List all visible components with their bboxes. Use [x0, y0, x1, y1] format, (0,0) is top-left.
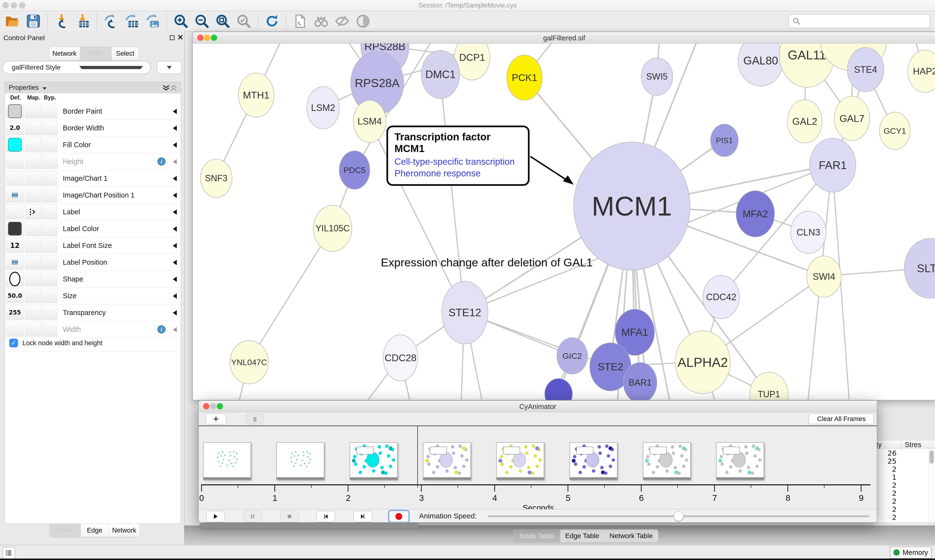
- expand-arrow-icon[interactable]: [173, 176, 177, 181]
- default-value-cell[interactable]: 12: [6, 238, 24, 253]
- frame-thumbnail-1[interactable]: [203, 442, 251, 480]
- bypass-cell[interactable]: [42, 171, 57, 186]
- bypass-cell[interactable]: [42, 255, 57, 269]
- expand-arrow-icon[interactable]: [173, 159, 177, 165]
- node-DMC1[interactable]: DMC1: [421, 50, 460, 99]
- node-MFA2[interactable]: MFA2: [736, 191, 775, 237]
- slider-handle[interactable]: [674, 511, 684, 521]
- tab-network[interactable]: Network: [49, 47, 80, 60]
- frame-thumbnail-4[interactable]: [423, 442, 471, 480]
- expand-arrow-icon[interactable]: [173, 193, 177, 198]
- tab-node-table[interactable]: Node Table: [513, 529, 560, 542]
- node-SWI5[interactable]: SWI5: [641, 58, 673, 95]
- bypass-cell[interactable]: [42, 154, 57, 169]
- node-GAL2[interactable]: GAL2: [787, 100, 822, 143]
- node-PDC5[interactable]: PDC5: [339, 151, 370, 189]
- frame-thumbnail-6[interactable]: [569, 442, 617, 480]
- tab-style[interactable]: Style: [80, 47, 112, 60]
- node-STE12[interactable]: STE12: [441, 281, 488, 344]
- expand-arrow-icon[interactable]: [173, 310, 177, 315]
- bypass-cell[interactable]: [42, 222, 57, 236]
- node-GIC2[interactable]: GIC2: [557, 337, 588, 374]
- property-row-height[interactable]: Heighti: [5, 153, 181, 170]
- search-box[interactable]: [788, 14, 930, 28]
- table-row[interactable]: 2: [872, 505, 935, 513]
- save-session-icon[interactable]: [26, 13, 41, 29]
- expand-arrow-icon[interactable]: [173, 260, 177, 265]
- mapping-cell[interactable]: [25, 137, 41, 152]
- annotation-link-cell-type-specific-transcription[interactable]: Cell-type-specific transcription: [395, 156, 522, 168]
- table-row[interactable]: 1: [872, 473, 935, 481]
- lock-node-size-row[interactable]: ✓ Lock node width and height: [5, 334, 181, 352]
- property-row-label-color[interactable]: Label Color: [5, 220, 181, 237]
- horizontal-scrollbar[interactable]: [200, 523, 419, 529]
- go-to-end-button[interactable]: [353, 511, 372, 522]
- mapping-cell[interactable]: [25, 205, 41, 219]
- zoom-selected-icon[interactable]: [236, 13, 251, 29]
- node-CLN3[interactable]: CLN3: [790, 211, 826, 254]
- pause-button[interactable]: [243, 511, 262, 522]
- node-CDC42[interactable]: CDC42: [703, 275, 740, 319]
- expand-arrow-icon[interactable]: [173, 243, 177, 248]
- info-icon[interactable]: i: [157, 157, 165, 166]
- mapping-cell[interactable]: [25, 188, 41, 202]
- properties-header[interactable]: Properties: [5, 82, 181, 94]
- node-FAR1[interactable]: FAR1: [809, 138, 856, 192]
- zoom-out-icon[interactable]: [194, 13, 210, 29]
- delete-frame-button[interactable]: [247, 413, 264, 425]
- table-scrollbar[interactable]: [929, 449, 935, 522]
- default-value-cell[interactable]: [6, 137, 24, 152]
- mapping-cell[interactable]: [25, 289, 41, 303]
- bypass-cell[interactable]: [42, 305, 57, 320]
- zoom-in-icon[interactable]: [173, 13, 189, 29]
- table-row[interactable]: 2: [872, 513, 935, 521]
- clear-all-frames-button[interactable]: Clear All Frames: [808, 414, 874, 424]
- edge[interactable]: [248, 228, 332, 362]
- expand-arrow-icon[interactable]: [173, 126, 177, 131]
- bypass-cell[interactable]: [42, 137, 57, 152]
- mapping-cell[interactable]: [25, 121, 41, 135]
- refresh-icon[interactable]: [264, 13, 280, 29]
- info-icon[interactable]: i: [157, 325, 165, 334]
- style-options-button[interactable]: [157, 61, 182, 74]
- node-PIS1[interactable]: PIS1: [710, 124, 739, 157]
- mapping-cell[interactable]: [25, 222, 41, 236]
- node-LSM2[interactable]: LSM2: [307, 86, 339, 129]
- bypass-cell[interactable]: [42, 289, 57, 303]
- property-row-label-position[interactable]: Label Position: [5, 254, 181, 271]
- mapping-cell[interactable]: [25, 171, 41, 186]
- property-row-border-paint[interactable]: Border Paint: [5, 103, 181, 120]
- export-image-icon[interactable]: [145, 13, 160, 29]
- property-row-border-width[interactable]: 2.0Border Width: [5, 120, 181, 137]
- node-GAL7[interactable]: GAL7: [834, 96, 870, 141]
- frame-thumbnail-2[interactable]: [276, 442, 324, 480]
- default-value-cell[interactable]: [6, 154, 24, 169]
- table-row[interactable]: 25: [872, 457, 935, 465]
- default-value-cell[interactable]: 255: [6, 305, 24, 320]
- expand-arrow-icon[interactable]: [173, 277, 177, 282]
- node-GCY1[interactable]: GCY1: [879, 112, 910, 150]
- edge[interactable]: [440, 74, 464, 312]
- default-value-cell[interactable]: [6, 255, 24, 269]
- property-row-transparency[interactable]: 255Transparency: [5, 304, 181, 321]
- table-header-row[interactable]: ity Stres: [872, 440, 935, 449]
- annotation-box[interactable]: Transcription factor MCM1 Cell-type-spec…: [386, 126, 529, 186]
- animation-timeline[interactable]: 0123456789 Seconds: [199, 426, 877, 510]
- table-row[interactable]: 2: [872, 489, 935, 497]
- zoom-fit-icon[interactable]: [215, 13, 231, 29]
- default-value-cell[interactable]: [6, 272, 24, 286]
- default-value-cell[interactable]: [6, 222, 24, 236]
- mapping-cell[interactable]: [25, 104, 41, 118]
- play-button[interactable]: [206, 511, 225, 522]
- expand-arrow-icon[interactable]: [173, 209, 177, 215]
- mapping-cell[interactable]: [25, 154, 41, 169]
- property-row-label-font-size[interactable]: 12Label Font Size: [5, 237, 181, 254]
- table-row[interactable]: 2: [872, 497, 935, 505]
- bypass-cell[interactable]: [42, 121, 57, 135]
- property-row-image-chart-position-1[interactable]: Image/Chart Position 1: [5, 187, 181, 204]
- default-value-cell[interactable]: 50.0: [6, 289, 24, 303]
- property-row-label[interactable]: Label: [5, 204, 181, 220]
- tab-node[interactable]: Node: [50, 524, 81, 537]
- float-panel-icon[interactable]: [169, 35, 175, 41]
- annotation-link-pheromone-response[interactable]: Pheromone response: [395, 168, 522, 179]
